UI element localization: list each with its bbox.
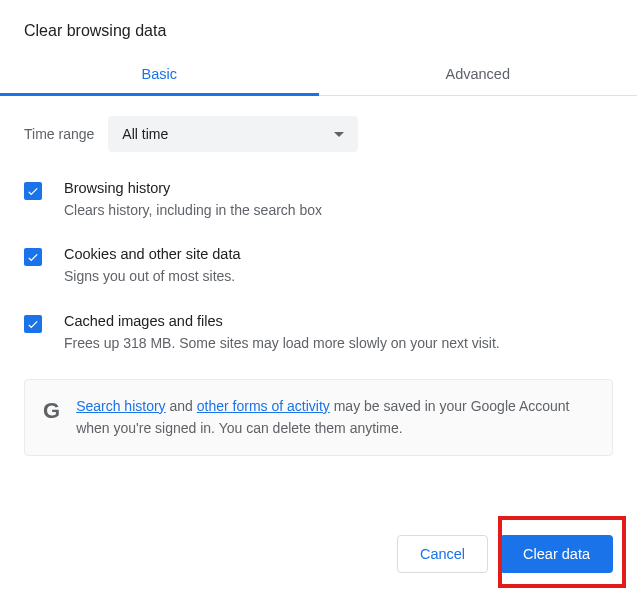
tab-bar: Basic Advanced — [0, 54, 637, 96]
option-desc: Signs you out of most sites. — [64, 266, 613, 286]
option-cached: Cached images and files Frees up 318 MB.… — [24, 313, 613, 353]
dialog-title: Clear browsing data — [0, 0, 637, 54]
option-desc: Frees up 318 MB. Some sites may load mor… — [64, 333, 613, 353]
dialog-footer: Cancel Clear data — [397, 535, 613, 573]
option-desc: Clears history, including in the search … — [64, 200, 613, 220]
check-icon — [26, 317, 40, 331]
search-history-link[interactable]: Search history — [76, 398, 165, 414]
checkbox-browsing-history[interactable] — [24, 182, 42, 200]
clear-browsing-data-dialog: Clear browsing data Basic Advanced Time … — [0, 0, 637, 597]
other-activity-link[interactable]: other forms of activity — [197, 398, 330, 414]
cancel-button[interactable]: Cancel — [397, 535, 488, 573]
clear-data-button[interactable]: Clear data — [500, 535, 613, 573]
option-cookies: Cookies and other site data Signs you ou… — [24, 246, 613, 286]
option-title: Browsing history — [64, 180, 613, 196]
chevron-down-icon — [334, 132, 344, 137]
tab-advanced[interactable]: Advanced — [319, 54, 638, 95]
google-account-info: G Search history and other forms of acti… — [24, 379, 613, 456]
option-title: Cookies and other site data — [64, 246, 613, 262]
check-icon — [26, 250, 40, 264]
info-text: Search history and other forms of activi… — [76, 396, 594, 439]
time-range-label: Time range — [24, 126, 94, 142]
time-range-value: All time — [122, 126, 168, 142]
time-range-select[interactable]: All time — [108, 116, 358, 152]
tab-basic[interactable]: Basic — [0, 54, 319, 95]
checkbox-cookies[interactable] — [24, 248, 42, 266]
google-g-icon: G — [43, 396, 60, 422]
option-title: Cached images and files — [64, 313, 613, 329]
checkbox-cached[interactable] — [24, 315, 42, 333]
time-range-row: Time range All time — [24, 116, 613, 152]
check-icon — [26, 184, 40, 198]
option-browsing-history: Browsing history Clears history, includi… — [24, 180, 613, 220]
